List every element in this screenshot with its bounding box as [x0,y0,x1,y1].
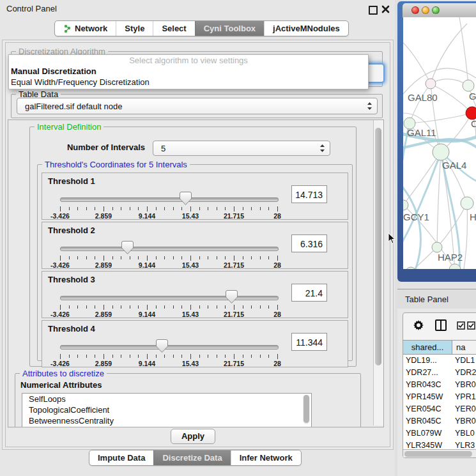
tick-mark [138,207,139,210]
threshold-row: Threshold 2-3.4262.8599.14415.4321.71528… [42,222,348,269]
table-row[interactable]: YBR043CYBR0 [403,379,476,391]
slider-tick-labels: -3.4262.8599.14415.4321.71528 [60,212,277,220]
network-node[interactable] [466,107,476,119]
number-of-intervals-label: Number of Intervals [40,142,145,152]
table-row[interactable]: YBL079WYBL0 [403,427,476,440]
table-row[interactable]: YBR045CYBR0 [403,415,476,427]
tick-mark [104,354,104,359]
checkbox-checked-icon[interactable] [467,321,475,330]
settings-scrollbar[interactable] [373,120,383,426]
threshold-label: Threshold 3 [48,275,95,284]
cell-shared-name: YDR27... [406,367,451,379]
tab-discretize-data[interactable]: Discretize Data [153,450,230,465]
settings-scrollbar-thumb[interactable] [375,128,381,365]
tab-style[interactable]: Style [116,21,153,36]
threshold-value-field[interactable]: 11.344 [291,333,327,351]
table-data-combobox-value: galFiltered.sif default node [17,102,367,111]
threshold-slider[interactable]: -3.4262.8599.14415.4321.71528 [60,337,277,367]
slider-track[interactable] [60,296,279,300]
zoom-traffic-light[interactable] [432,6,440,14]
tab-jactivemnodules[interactable]: jActiveMNodules [264,21,348,36]
float-window-icon[interactable] [369,6,378,15]
table-horizontal-scrollbar[interactable] [403,449,476,458]
attribute-item[interactable]: TopologicalCoefficient [22,404,311,415]
close-traffic-light[interactable] [411,6,419,14]
tick-mark [234,305,234,310]
attribute-item[interactable]: BetweennessCentrality [22,415,311,426]
minimize-traffic-light[interactable] [422,6,429,14]
column-header-name[interactable]: na [452,341,476,355]
popup-item[interactable]: Equal Width/Frequency Discretization [9,77,368,88]
tick-mark [234,256,234,261]
tick-mark [104,256,104,261]
slider-track[interactable] [60,247,279,251]
tick-mark [147,206,148,211]
slider-thumb[interactable] [225,289,238,304]
column-header-shared-name[interactable]: shared... [403,341,452,355]
tick-mark [181,305,182,309]
tick-mark [208,256,208,259]
mouse-cursor [388,233,395,244]
tick-mark [243,256,243,259]
tick-mark [69,305,70,309]
tab-select[interactable]: Select [153,21,194,36]
attribute-item[interactable]: SelfLoops [22,394,311,404]
network-window-titlebar[interactable] [403,3,476,18]
slider-thumb[interactable] [121,240,134,255]
popup-item[interactable]: Select algorithm to view settings [9,55,368,66]
slider-thumb[interactable] [179,191,192,206]
columns-icon[interactable] [435,319,447,331]
network-node[interactable] [461,197,473,210]
apply-button[interactable]: Apply [171,429,215,444]
tick-mark [251,207,252,210]
table-row[interactable]: YDL19...YDL1 [403,355,476,367]
numerical-attributes-list[interactable]: SelfLoopsTopologicalCoefficientBetweenne… [22,393,312,427]
threshold-label: Threshold 4 [48,324,95,334]
table-row[interactable]: YDR27...YDR2 [403,367,476,379]
network-node[interactable] [426,79,436,89]
tab-impute-data[interactable]: Impute Data [89,450,153,465]
table-row[interactable]: YER054CYER0 [403,403,476,415]
network-canvas[interactable]: GAL80GACGAL11GAL4GCY1HHAP2 [403,17,476,269]
tick-mark [225,355,226,358]
tick-mark [164,355,165,358]
table-data-combobox[interactable]: galFiltered.sif default node [17,98,378,114]
tick-mark [268,355,269,358]
tick-mark [138,355,139,358]
attributes-scrollbar[interactable] [303,395,310,424]
network-edge [403,43,431,84]
network-node[interactable] [406,267,416,269]
table-row[interactable]: YPR145WYPR1 [403,391,476,403]
threshold-slider[interactable]: -3.4262.8599.14415.4321.71528 [60,239,277,268]
checkbox-checked-icon[interactable] [457,321,465,330]
tick-mark [95,305,95,309]
number-of-intervals-combobox[interactable]: 5 [153,141,330,156]
network-node[interactable] [432,242,442,252]
cell-shared-name: YBR043C [406,379,451,391]
table-panel-header: Table Panel [397,289,476,309]
slider-thumb[interactable] [155,339,169,353]
threshold-value-field[interactable]: 6.316 [291,234,327,252]
tab-infer-network[interactable]: Infer Network [231,450,301,465]
tick-mark [190,256,191,261]
threshold-value-field[interactable]: 14.713 [291,185,327,203]
network-node[interactable] [433,144,449,160]
close-icon[interactable] [381,5,390,13]
gear-icon[interactable] [412,319,425,332]
tick-mark [112,256,113,259]
threshold-value-field[interactable]: 21.4 [291,284,327,302]
tab-network[interactable]: Network [55,21,116,36]
tick-mark [86,256,87,259]
tick-mark [190,206,191,211]
tick-mark [208,305,208,309]
threshold-slider[interactable]: -3.4262.8599.14415.4321.71528 [60,190,277,219]
network-graph: GAL80GACGAL11GAL4GCY1HHAP2 [403,17,476,269]
network-node[interactable] [463,80,474,91]
network-edge-highlighted [403,185,420,269]
tab-cyni-toolbox[interactable]: Cyni Toolbox [195,21,264,36]
threshold-slider[interactable]: -3.4262.8599.14415.4321.71528 [60,288,277,318]
tick-mark [181,207,182,210]
slider-track[interactable] [60,197,279,202]
slider-track[interactable] [60,345,279,349]
popup-item[interactable]: Manual Discretization [9,66,368,77]
